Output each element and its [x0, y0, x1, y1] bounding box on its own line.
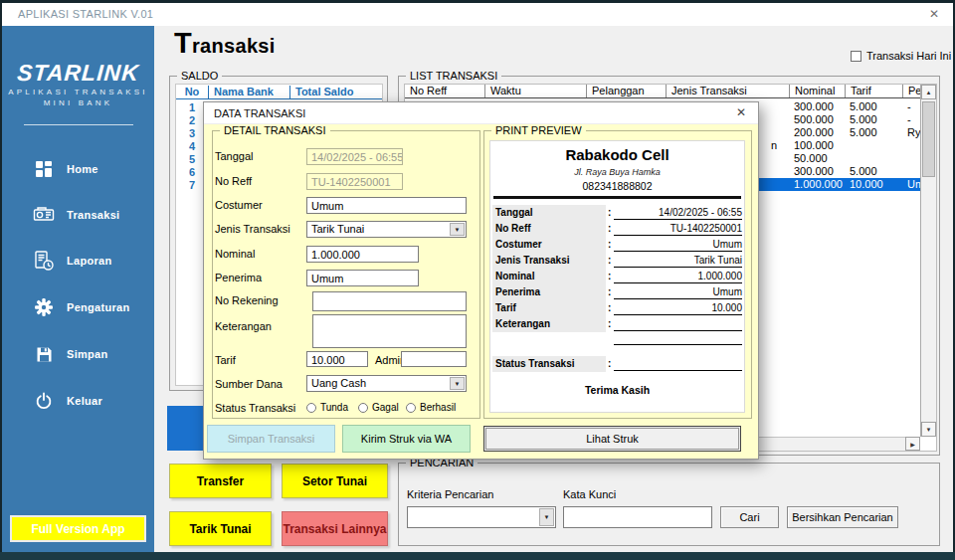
bersihkan-button[interactable]: Bersihkan Pencarian — [787, 506, 898, 528]
kriteria-label: Kriteria Pencarian — [407, 488, 493, 500]
radio-berhasil[interactable]: Berhasil — [406, 402, 456, 413]
receipt-colon: : — [608, 207, 611, 218]
cell-tarif: 5.000 — [845, 100, 902, 113]
saldo-col-total: Total Saldo — [289, 86, 382, 98]
kata-kunci-input[interactable] — [563, 506, 712, 528]
app-window: APLIKASI STARLINK V.01 ✕ STARLINK APLIKA… — [0, 0, 955, 560]
receipt-colon: : — [608, 223, 611, 234]
cell-penerima: - — [902, 100, 920, 113]
today-filter[interactable]: Transaksi Hari Ini — [851, 50, 951, 62]
col-jenis: Jenis Transaksi — [666, 85, 789, 97]
admin-field[interactable] — [401, 351, 467, 367]
window-border-bottom — [0, 552, 955, 560]
sidebar-item-laporan[interactable]: Laporan — [2, 246, 154, 276]
receipt-footer: Terima Kasih — [490, 384, 744, 396]
keterangan-field[interactable] — [312, 314, 467, 348]
simpan-transaksi-button[interactable]: Simpan Transaksi — [207, 425, 335, 453]
receipt-colon: : — [608, 358, 611, 369]
setor-tunai-button[interactable]: Setor Tunai — [282, 464, 388, 498]
tarif-field[interactable]: 10.000 — [306, 351, 368, 367]
receipt-label: Tarif — [492, 300, 606, 316]
vertical-scrollbar[interactable]: ▲ ▼ — [920, 85, 936, 437]
radio-gagal[interactable]: Gagal — [358, 402, 399, 413]
kirim-struk-wa-button[interactable]: Kirim Struk via WA — [342, 425, 471, 453]
radio-icon[interactable] — [358, 403, 368, 413]
costumer-field[interactable]: Umum — [306, 197, 467, 214]
radio-label: Gagal — [372, 402, 399, 413]
sidebar-item-label: Home — [67, 163, 98, 175]
app-tagline-line2: MINI BANK — [2, 98, 154, 107]
cari-button[interactable]: Cari — [720, 506, 779, 528]
lihat-struk-button[interactable]: Lihat Struk — [483, 426, 741, 452]
full-version-button[interactable]: Full Version App — [10, 515, 146, 542]
col-waktu: Waktu — [484, 85, 586, 97]
receipt-value — [614, 356, 742, 371]
scrollbar-thumb[interactable] — [922, 101, 935, 177]
no-reff-label: No Reff — [215, 175, 252, 187]
no-rekening-field[interactable] — [312, 291, 467, 311]
radio-tunda[interactable]: Tunda — [306, 402, 348, 413]
dialog-close-icon[interactable]: ✕ — [736, 105, 746, 119]
sidebar-item-label: Simpan — [67, 348, 108, 360]
scroll-right-icon[interactable]: ▶ — [905, 437, 920, 451]
jenis-transaksi-dropdown[interactable]: Tarik Tunai ▼ — [306, 221, 467, 238]
receipt-value: 14/02/2025 - 06:55 — [614, 205, 742, 220]
kriteria-dropdown[interactable]: ▼ — [407, 506, 556, 528]
receipt-value: 10.000 — [614, 300, 742, 315]
cash-register-icon — [32, 203, 56, 227]
saldo-col-bank: Nama Bank — [208, 86, 289, 98]
sidebar-divider — [24, 124, 133, 125]
transfer-button[interactable]: Transfer — [169, 464, 272, 498]
sidebar-item-keluar[interactable]: Keluar — [2, 386, 154, 416]
sumber-dana-dropdown[interactable]: Uang Cash ▼ — [306, 375, 467, 392]
sidebar-item-simpan[interactable]: Simpan — [2, 339, 154, 369]
cell-nominal: 1.000.000 — [789, 178, 845, 191]
col-tarif: Tarif — [845, 85, 902, 97]
cell-nominal: 200.000 — [789, 126, 845, 139]
kata-kunci-label: Kata Kunci — [563, 488, 616, 500]
jenis-transaksi-label: Jenis Transaksi — [215, 223, 290, 235]
chevron-down-icon[interactable]: ▼ — [450, 377, 465, 390]
jenis-value: Tarik Tunai — [311, 223, 364, 235]
shop-name: Rabakodo Cell — [490, 146, 744, 163]
receipt-label: Status Transaksi — [492, 356, 606, 372]
chevron-down-icon[interactable]: ▼ — [450, 223, 465, 236]
sidebar-item-pengaturan[interactable]: Pengaturan — [2, 292, 154, 322]
nominal-field[interactable]: 1.000.000 — [306, 246, 419, 263]
window-close-icon[interactable]: ✕ — [929, 7, 939, 21]
radio-icon[interactable] — [306, 403, 316, 413]
chevron-down-icon[interactable]: ▼ — [539, 508, 554, 526]
sidebar-item-home[interactable]: Home — [2, 154, 154, 184]
penerima-field[interactable]: Umum — [306, 270, 419, 286]
scroll-up-icon[interactable]: ▲ — [921, 85, 936, 99]
cell-tarif: 5.000 — [845, 126, 902, 139]
transaksi-lainnya-button[interactable]: Transaksi Lainnya — [282, 511, 388, 546]
scroll-down-icon[interactable]: ▼ — [921, 422, 936, 437]
receipt-row: Status Transaksi : — [490, 356, 744, 372]
dialog-title: DATA TRANSAKSI — [214, 107, 305, 119]
tanggal-label: Tanggal — [215, 150, 254, 162]
cell-penerima — [902, 165, 920, 178]
receipt-empty-line — [614, 344, 742, 345]
dialog-titlebar: DATA TRANSAKSI ✕ — [204, 102, 758, 124]
cell-penerima — [902, 152, 920, 165]
receipt-label: Penerima — [492, 284, 606, 300]
receipt-value — [614, 316, 742, 331]
app-logo: STARLINK — [1, 60, 155, 87]
keterangan-label: Keterangan — [215, 320, 272, 332]
report-icon — [32, 249, 56, 273]
receipt-label: Tanggal — [492, 205, 606, 221]
today-checkbox-label: Transaksi Hari Ini — [866, 50, 951, 62]
receipt-label: Nominal — [492, 269, 606, 284]
sidebar-item-transaksi[interactable]: Transaksi — [2, 200, 154, 230]
tarik-tunai-button[interactable]: Tarik Tunai — [169, 511, 272, 546]
radio-icon[interactable] — [406, 403, 416, 413]
sidebar-item-label: Keluar — [67, 395, 102, 407]
nominal-label: Nominal — [215, 248, 255, 260]
col-pelanggan: Pelanggan — [586, 85, 666, 97]
today-checkbox[interactable] — [851, 51, 861, 62]
cell-penerima: - — [902, 113, 920, 126]
col-penerima: Penerima — [902, 85, 920, 97]
window-titlebar: APLIKASI STARLINK V.01 ✕ — [2, 3, 953, 26]
receipt-row: Penerima : Umum — [490, 284, 744, 300]
